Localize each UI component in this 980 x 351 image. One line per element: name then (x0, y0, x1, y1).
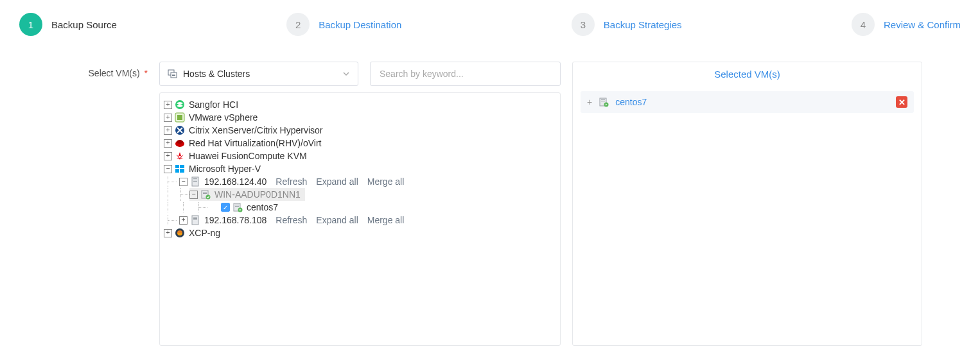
collapse-icon[interactable]: − (179, 178, 188, 186)
required-indicator: * (144, 68, 148, 78)
expand-icon[interactable]: + (164, 229, 172, 237)
wizard-steps: 1 Backup Source 2 Backup Destination 3 B… (13, 13, 967, 55)
svg-rect-16 (193, 180, 197, 180)
step-label: Review & Confirm (884, 19, 961, 30)
svg-rect-28 (193, 218, 197, 219)
svg-rect-23 (235, 205, 239, 205)
selected-panel-body: + centos7 ✕ (573, 86, 922, 118)
chevron-down-icon (342, 70, 350, 78)
step-review-confirm[interactable]: 4 Review & Confirm (852, 13, 961, 36)
tree-node-label: VMware vSphere (189, 112, 258, 123)
tree-node-host[interactable]: − 192.168.124.40 Refresh Expand all Merg… (164, 175, 556, 188)
tree-node-label: Sangfor HCI (189, 99, 238, 110)
selected-panel: Selected VM(s) + centos7 ✕ (572, 62, 922, 346)
vm-icon (599, 97, 609, 107)
svg-rect-20 (203, 193, 207, 194)
selected-panel-title: Selected VM(s) (573, 62, 922, 86)
svg-rect-10 (175, 165, 179, 168)
svg-point-9 (177, 140, 183, 144)
tree-node-label: WIN-AADUP0D1NN1 (214, 189, 301, 200)
tree-node-vm[interactable]: ✓ centos7 (164, 201, 556, 214)
search-input[interactable] (370, 62, 561, 86)
view-select[interactable]: Hosts & Clusters (159, 62, 358, 86)
tree-guide (177, 188, 189, 201)
svg-rect-33 (601, 101, 605, 101)
server-icon (190, 215, 200, 225)
step-number: 4 (852, 13, 875, 36)
selected-item[interactable]: + centos7 ✕ (581, 91, 914, 113)
expand-all-link[interactable]: Expand all (316, 215, 358, 225)
selected-item-label: centos7 (615, 97, 647, 107)
step-label: Backup Destination (319, 19, 401, 30)
tree-guide (164, 176, 177, 187)
tree-node-label: Red Hat Virtualization(RHV)/oVirt (189, 138, 321, 148)
select-vms-label: Select VM(s) (89, 68, 140, 78)
svg-rect-6 (177, 115, 182, 120)
tree-node-winhost[interactable]: − WIN-AADUP0D1NN1 (189, 188, 305, 201)
step-backup-destination[interactable]: 2 Backup Destination (286, 13, 401, 36)
svg-rect-12 (175, 169, 179, 173)
expand-icon[interactable]: + (587, 97, 592, 107)
tree-node-redhat[interactable]: + Red Hat Virtualization(RHV)/oVirt (164, 137, 556, 150)
tree-node-label: Citrix XenServer/Citrix Hypervisor (189, 125, 322, 135)
tree-guide (179, 202, 192, 212)
expand-icon[interactable]: + (164, 152, 172, 160)
controls-row: Hosts & Clusters (159, 62, 561, 86)
tree-node-vmware[interactable]: + VMware vSphere (164, 111, 556, 124)
tree-node-label: XCP-ng (189, 228, 220, 238)
expand-icon[interactable]: + (179, 216, 188, 225)
tree-node-huawei[interactable]: + Huawei FusionCompute KVM (164, 150, 556, 162)
refresh-link[interactable]: Refresh (276, 215, 307, 225)
svg-rect-11 (180, 165, 184, 168)
remove-button[interactable]: ✕ (896, 96, 907, 108)
content-row: Select VM(s) * Hosts & Clusters + (13, 62, 967, 346)
host-icon (200, 189, 211, 200)
huawei-icon (175, 151, 185, 161)
step-number: 2 (286, 13, 310, 36)
merge-all-link[interactable]: Merge all (367, 176, 405, 187)
collapse-icon[interactable]: − (189, 191, 198, 199)
tree-node-citrix[interactable]: + Citrix XenServer/Citrix Hypervisor (164, 124, 556, 137)
refresh-link[interactable]: Refresh (276, 176, 307, 187)
tree-node-label: Microsoft Hyper-V (189, 164, 261, 174)
svg-rect-29 (193, 219, 197, 220)
expand-icon[interactable]: + (164, 126, 172, 135)
tree-guide (195, 202, 207, 212)
tree-node-hyperv[interactable]: − Microsoft Hyper-V (164, 162, 556, 175)
windows-icon (175, 164, 185, 174)
expand-icon[interactable]: + (164, 139, 172, 148)
svg-rect-32 (601, 99, 605, 100)
vm-checkbox[interactable]: ✓ (221, 203, 230, 212)
svg-rect-27 (193, 217, 197, 218)
step-backup-source[interactable]: 1 Backup Source (19, 13, 117, 36)
tree-node-label: Huawei FusionCompute KVM (189, 151, 307, 161)
svg-rect-3 (172, 75, 175, 76)
merge-all-link[interactable]: Merge all (367, 215, 405, 225)
server-icon (190, 176, 200, 187)
expand-all-link[interactable]: Expand all (316, 176, 358, 187)
view-select-label: Hosts & Clusters (183, 69, 250, 79)
hosts-clusters-icon (168, 69, 178, 79)
vm-tree: + Sangfor HCI + VMware vSphere + Citrix … (159, 92, 561, 346)
tree-guide (164, 202, 177, 212)
source-column: Hosts & Clusters + Sangfor HCI + (159, 62, 561, 346)
vm-icon (232, 202, 243, 212)
svg-rect-13 (180, 169, 184, 173)
expand-icon[interactable]: + (164, 101, 172, 109)
xcp-icon (175, 228, 185, 238)
tree-node-label: centos7 (247, 202, 278, 212)
svg-rect-2 (172, 74, 175, 74)
expand-icon[interactable]: + (164, 114, 172, 122)
tree-node-label: 192.168.124.40 (204, 176, 267, 187)
tree-node-sangfor[interactable]: + Sangfor HCI (164, 98, 556, 111)
tree-node-xcp[interactable]: + XCP-ng (164, 227, 556, 239)
citrix-icon (175, 125, 185, 135)
tree-guide (164, 215, 177, 225)
collapse-icon[interactable]: − (164, 165, 172, 173)
step-label: Backup Source (51, 19, 117, 30)
selected-column: Selected VM(s) + centos7 ✕ (572, 62, 922, 346)
tree-guide (164, 188, 177, 201)
svg-rect-15 (193, 178, 197, 179)
tree-node-host[interactable]: + 192.168.78.108 Refresh Expand all Merg… (164, 214, 556, 227)
step-backup-strategies[interactable]: 3 Backup Strategies (572, 13, 682, 36)
